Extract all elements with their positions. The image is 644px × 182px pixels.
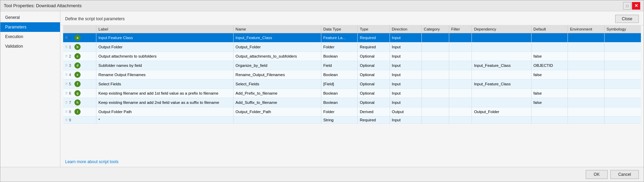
environment-cell	[568, 117, 605, 124]
direction-cell: Input	[390, 61, 421, 70]
col-header-datatype: Data Type	[321, 25, 358, 33]
drag-handle-icon[interactable]: ⠿	[65, 110, 68, 114]
table-row[interactable]: ⠿3dSubfolder names by fieldOrganize_by_f…	[63, 61, 641, 70]
type-cell: Required	[358, 33, 390, 43]
filter-cell	[449, 80, 472, 89]
dialog-footer: OK Cancel	[0, 167, 644, 182]
row-marker-cell: ⠿1b	[63, 43, 96, 52]
drag-handle-icon[interactable]: ⠿	[65, 92, 68, 95]
sidebar: General Parameters Execution Validation	[0, 11, 60, 167]
environment-cell	[568, 52, 605, 61]
direction-cell: Input	[390, 70, 421, 80]
default-cell	[531, 33, 568, 43]
name-cell: Rename_Output_Filenames	[233, 70, 321, 80]
direction-cell: Input	[390, 117, 421, 124]
symbology-cell	[604, 33, 641, 43]
close-button[interactable]: Close	[615, 15, 639, 23]
datatype-cell: Feature La...	[321, 33, 358, 43]
row-number: 6	[69, 91, 73, 95]
default-cell: false	[531, 98, 568, 107]
filter-cell	[449, 107, 472, 117]
drag-handle-icon[interactable]: ⠿	[65, 64, 68, 68]
dependency-cell	[472, 117, 531, 124]
table-row[interactable]: ⠿4eRename Output FilenamesRename_Output_…	[63, 70, 641, 80]
sidebar-item-execution[interactable]: Execution	[0, 32, 60, 41]
table-row[interactable]: ⠿0aInput Feature ClassInput_Feature_Clas…	[63, 33, 641, 43]
type-cell: Derived	[358, 107, 390, 117]
dependency-cell	[472, 70, 531, 80]
row-marker-cell: ⠿7h	[63, 98, 96, 107]
datatype-cell: Folder	[321, 107, 358, 117]
default-cell: false	[531, 89, 568, 98]
col-header-symbology: Symbology	[604, 25, 641, 33]
col-header-environment: Environment	[568, 25, 605, 33]
sidebar-item-validation[interactable]: Validation	[0, 41, 60, 51]
row-marker-cell: ⠿5f	[63, 80, 96, 89]
name-cell: Input_Feature_Class	[233, 33, 321, 43]
category-cell	[421, 61, 449, 70]
filter-cell	[449, 89, 472, 98]
table-row[interactable]: ⠿2cOutput attachments to subfoldersOutpu…	[63, 52, 641, 61]
default-cell	[531, 117, 568, 124]
category-cell	[421, 98, 449, 107]
cancel-button[interactable]: Cancel	[610, 170, 639, 179]
dependency-cell	[472, 33, 531, 43]
main-area: Define the script tool parameters Close …	[60, 11, 644, 167]
direction-cell: Input	[390, 80, 421, 89]
label-cell: Output Folder Path	[96, 107, 234, 117]
dialog-body: General Parameters Execution Validation …	[0, 11, 644, 167]
maximize-button[interactable]: □	[623, 2, 631, 10]
category-cell	[421, 80, 449, 89]
type-cell: Required	[358, 117, 390, 124]
symbology-cell	[604, 52, 641, 61]
name-cell: Add_Suffix_to_filename	[233, 98, 321, 107]
direction-cell: Input	[390, 89, 421, 98]
table-row[interactable]: ⠿6gKeep existing filename and add 1st fi…	[63, 89, 641, 98]
drag-handle-icon[interactable]: ⠿	[65, 73, 68, 77]
table-body: ⠿0aInput Feature ClassInput_Feature_Clas…	[63, 33, 641, 124]
table-row[interactable]: ⠿8iOutput Folder PathOutput_Folder_PathF…	[63, 107, 641, 117]
dependency-cell	[472, 43, 531, 52]
col-header-direction: Direction	[390, 25, 421, 33]
table-row[interactable]: ⠿5fSelect FieldsSelect_Fields[Field]Opti…	[63, 80, 641, 89]
datatype-cell: [Field]	[321, 80, 358, 89]
row-number: 3	[69, 63, 73, 68]
type-cell: Required	[358, 43, 390, 52]
learn-more-link[interactable]: Learn more about script tools	[65, 159, 118, 164]
row-number: 1	[69, 45, 73, 49]
learn-more-section: Learn more about script tools	[60, 157, 644, 167]
parameters-table: Label Name Data Type Type Direction Cate…	[63, 25, 641, 124]
label-cell: *	[96, 117, 234, 124]
window-close-button[interactable]: ✕	[632, 2, 640, 10]
filter-cell	[449, 61, 472, 70]
table-row[interactable]: ⠿7hKeep existing filename and add 2nd fi…	[63, 98, 641, 107]
sidebar-item-general[interactable]: General	[0, 13, 60, 22]
name-cell: Organize_by_field	[233, 61, 321, 70]
sidebar-item-parameters[interactable]: Parameters	[0, 22, 60, 32]
row-number: 5	[69, 82, 73, 86]
drag-handle-icon[interactable]: ⠿	[65, 54, 68, 58]
table-row[interactable]: ⠿1bOutput FolderOutput_FolderFolderRequi…	[63, 43, 641, 52]
dependency-cell	[472, 52, 531, 61]
drag-handle-icon[interactable]: ⠿	[65, 45, 68, 49]
table-row[interactable]: ⠿9*StringRequiredInput	[63, 117, 641, 124]
col-header-category: Category	[421, 25, 449, 33]
symbology-cell	[604, 43, 641, 52]
datatype-cell: Boolean	[321, 98, 358, 107]
drag-handle-icon[interactable]: ⠿	[65, 82, 68, 86]
row-number: 0	[69, 36, 73, 40]
name-cell: Select_Fields	[233, 80, 321, 89]
row-badge: g	[74, 90, 81, 96]
row-marker-cell: ⠿9	[63, 117, 96, 124]
ok-button[interactable]: OK	[586, 170, 607, 179]
drag-handle-icon[interactable]: ⠿	[65, 118, 68, 122]
drag-handle-icon[interactable]: ⠿	[65, 101, 68, 105]
default-cell: false	[531, 70, 568, 80]
label-cell: Output attachments to subfolders	[96, 52, 234, 61]
datatype-cell: Boolean	[321, 70, 358, 80]
environment-cell	[568, 43, 605, 52]
default-cell	[531, 80, 568, 89]
parameters-table-area: Label Name Data Type Type Direction Cate…	[60, 25, 644, 157]
drag-handle-icon[interactable]: ⠿	[65, 36, 68, 40]
filter-cell	[449, 33, 472, 43]
